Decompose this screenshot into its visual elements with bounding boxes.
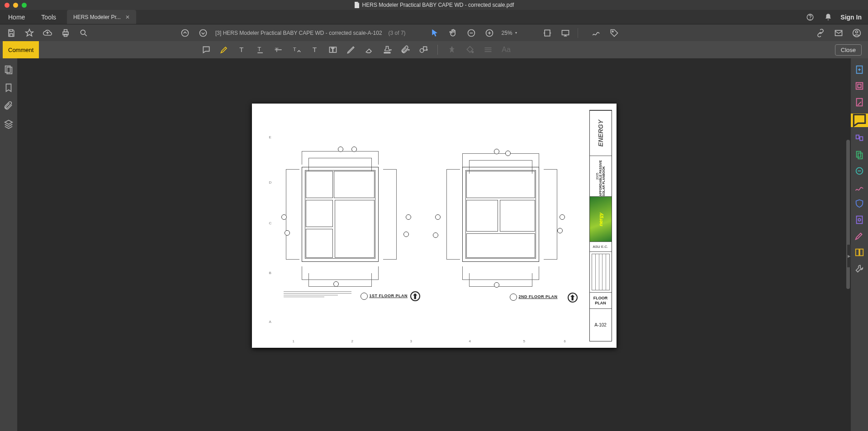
print-icon[interactable] xyxy=(60,27,71,39)
sign-in-button[interactable]: Sign In xyxy=(840,14,862,21)
bell-icon[interactable] xyxy=(822,11,834,23)
svg-text:T: T xyxy=(257,46,261,52)
app-tabbar: Home Tools HERS Modeler Pr... ✕ Sign In xyxy=(0,10,868,24)
zoom-in-icon[interactable] xyxy=(484,27,495,39)
svg-rect-37 xyxy=(858,153,862,159)
optimize-icon[interactable] xyxy=(854,215,864,225)
page-down-icon[interactable] xyxy=(197,27,209,39)
svg-rect-33 xyxy=(857,99,863,106)
svg-point-27 xyxy=(472,51,473,52)
bookmark-icon[interactable] xyxy=(4,83,14,93)
zoom-out-icon[interactable] xyxy=(465,27,477,39)
edit-pdf-icon[interactable] xyxy=(854,97,864,107)
svg-rect-34 xyxy=(856,135,859,139)
thumbnails-icon[interactable] xyxy=(4,65,14,75)
fit-width-icon[interactable] xyxy=(541,27,553,39)
zoom-value[interactable]: 25% ▾ xyxy=(502,30,524,36)
tab-document-label: HERS Modeler Pr... xyxy=(73,14,121,20)
col-label: 1 xyxy=(293,339,294,343)
draw-freeform-icon[interactable] xyxy=(590,27,602,39)
main-toolbar: [3] HERS Modeler Practical BABY CAPE WD … xyxy=(0,24,868,41)
svg-rect-3 xyxy=(64,29,67,32)
underline-icon[interactable]: T xyxy=(255,44,266,56)
protect-icon[interactable] xyxy=(854,199,864,208)
insert-text-icon[interactable]: T xyxy=(291,44,303,56)
star-icon[interactable] xyxy=(24,27,35,39)
pin-icon[interactable] xyxy=(446,44,458,56)
tool-settings-icon[interactable] xyxy=(854,264,864,274)
organize-pages-icon[interactable] xyxy=(854,133,864,143)
replace-text-icon[interactable]: T xyxy=(309,44,321,56)
svg-text:T: T xyxy=(313,46,317,53)
text-comment-icon[interactable]: T xyxy=(237,44,248,56)
svg-rect-31 xyxy=(856,83,863,90)
tb-sheet-num: A-102 xyxy=(590,308,612,341)
comment-panel-icon[interactable] xyxy=(851,114,868,127)
compare-icon[interactable] xyxy=(854,247,864,257)
save-icon[interactable] xyxy=(5,27,17,39)
search-icon[interactable] xyxy=(78,27,90,39)
eraser-icon[interactable] xyxy=(363,44,375,56)
attach-icon[interactable]: ▾ xyxy=(399,44,411,56)
logo-text: ENERGY xyxy=(597,120,604,147)
document-page: E D C B A 1 2 3 4 5 6 xyxy=(252,104,617,348)
row-label: C xyxy=(269,221,272,225)
north-arrow-icon: ⬆ xyxy=(410,291,420,301)
expand-right-panel[interactable]: ▶ xyxy=(847,245,851,267)
svg-rect-42 xyxy=(860,249,863,256)
help-icon[interactable] xyxy=(804,11,816,23)
tb-subtitle: AFFORDABLE PASSIVE SOLAR PLANBOOK xyxy=(599,156,605,196)
window-max-button[interactable] xyxy=(22,3,27,8)
pdf-file-icon xyxy=(354,2,360,8)
tab-close-icon[interactable]: ✕ xyxy=(125,14,130,20)
comment-toolbar: Comment T T T T T T ▾ ▾ ▾ Aa Close xyxy=(0,41,868,58)
arrow-cursor-icon[interactable] xyxy=(429,27,441,39)
hand-pan-icon[interactable] xyxy=(447,27,459,39)
tab-document[interactable]: HERS Modeler Pr... ✕ xyxy=(67,10,136,24)
col-label: 4 xyxy=(469,339,471,343)
svg-rect-32 xyxy=(858,84,861,87)
window-close-button[interactable] xyxy=(5,3,9,8)
svg-rect-10 xyxy=(545,30,550,36)
floor-plan-2 xyxy=(462,167,539,262)
svg-point-12 xyxy=(612,31,613,32)
font-style-icon[interactable]: Aa xyxy=(500,44,512,56)
svg-point-40 xyxy=(858,218,861,221)
sticky-note-icon[interactable] xyxy=(200,44,212,56)
svg-point-7 xyxy=(200,29,207,36)
highlight-icon[interactable] xyxy=(218,44,230,56)
email-icon[interactable] xyxy=(833,27,844,39)
document-canvas[interactable]: E D C B A 1 2 3 4 5 6 xyxy=(17,58,851,431)
more-tools-icon[interactable] xyxy=(854,231,864,241)
combine-files-icon[interactable] xyxy=(854,150,864,160)
share-link-icon[interactable] xyxy=(815,27,826,39)
line-style-icon[interactable] xyxy=(482,44,494,56)
redact-icon[interactable] xyxy=(854,166,864,176)
strikethrough-icon[interactable]: T xyxy=(273,44,285,56)
shapes-icon[interactable]: ▾ xyxy=(417,44,429,56)
window-min-button[interactable] xyxy=(13,3,18,8)
close-comment-button[interactable]: Close xyxy=(835,44,862,56)
fit-page-icon[interactable] xyxy=(560,27,571,39)
stamp-icon[interactable]: ▾ xyxy=(381,44,393,56)
tab-tools[interactable]: Tools xyxy=(33,10,64,24)
tag-icon[interactable] xyxy=(608,27,620,39)
comment-mode-label: Comment xyxy=(3,41,39,58)
svg-rect-39 xyxy=(857,216,863,224)
attachments-icon[interactable] xyxy=(4,101,14,111)
fill-sign-icon[interactable] xyxy=(854,182,864,192)
row-label: D xyxy=(269,180,272,185)
account-icon[interactable] xyxy=(851,27,863,39)
tab-home[interactable]: Home xyxy=(0,10,33,24)
svg-rect-18 xyxy=(257,52,263,53)
page-up-icon[interactable] xyxy=(179,27,191,39)
create-pdf-icon[interactable] xyxy=(854,81,864,91)
cloud-upload-icon[interactable] xyxy=(42,27,53,39)
window-title: HERS Modeler Practical BABY CAPE WD - co… xyxy=(362,2,514,8)
layers-icon[interactable] xyxy=(4,119,14,129)
pencil-icon[interactable] xyxy=(345,44,357,56)
plan1-label: 1ST FLOOR PLAN xyxy=(370,294,408,298)
fill-color-icon[interactable] xyxy=(464,44,476,56)
export-pdf-icon[interactable] xyxy=(854,65,864,75)
textbox-icon[interactable]: T xyxy=(327,44,339,56)
